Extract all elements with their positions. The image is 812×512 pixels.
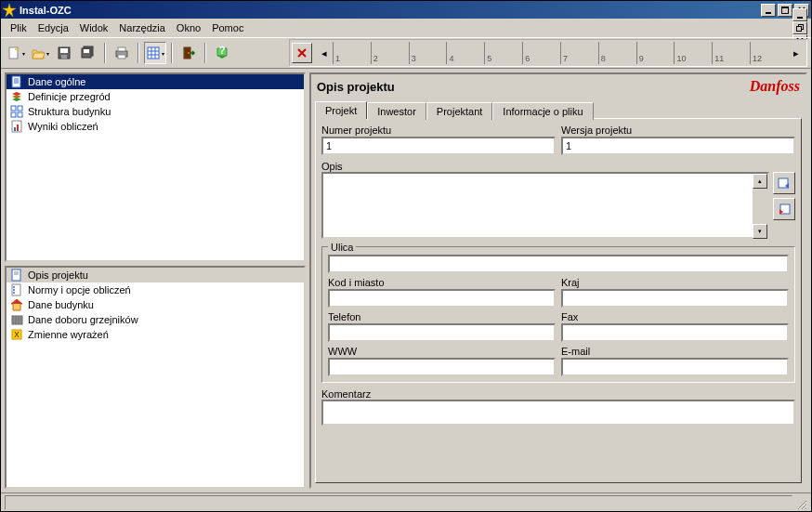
- www-label: WWW: [328, 346, 556, 357]
- tabstrip-close-button[interactable]: [292, 43, 312, 63]
- sheet-tab[interactable]: 1: [333, 42, 371, 64]
- maximize-button[interactable]: [778, 4, 792, 17]
- tree-item-struktura[interactable]: Struktura budynku: [7, 104, 304, 119]
- scrollbar[interactable]: ▴ ▾: [753, 174, 767, 239]
- menu-widok[interactable]: Widok: [74, 20, 114, 35]
- komentarz-label: Komentarz: [321, 388, 371, 400]
- tree-label: Zmienne wyrażeń: [28, 329, 109, 340]
- save-text-button[interactable]: [773, 198, 795, 220]
- tree-item-opis-projektu[interactable]: Opis projektu: [7, 268, 304, 282]
- kod-input[interactable]: [328, 289, 556, 308]
- ulica-input[interactable]: [328, 255, 789, 273]
- sheet-tab[interactable]: 8: [598, 42, 636, 64]
- grid-view-button[interactable]: ▾: [144, 42, 166, 64]
- tree-label: Definicje przegród: [28, 91, 111, 102]
- tree-label: Normy i opcje obliczeń: [28, 284, 131, 295]
- menu-narzedzia[interactable]: Narzędzia: [113, 20, 171, 35]
- minimize-button[interactable]: [761, 4, 776, 17]
- svg-rect-6: [797, 17, 803, 19]
- svg-rect-20: [118, 47, 125, 51]
- subcategory-tree[interactable]: Opis projektu Normy i opcje obliczeń Dan…: [5, 266, 306, 489]
- print-button[interactable]: [111, 42, 133, 64]
- sheet-tab[interactable]: 4: [446, 42, 484, 64]
- scroll-down-button[interactable]: ▾: [753, 224, 767, 239]
- tree-item-wyniki[interactable]: Wyniki obliczeń: [7, 119, 304, 134]
- save-all-button[interactable]: [77, 42, 99, 64]
- svg-rect-56: [20, 316, 22, 324]
- brand-logo: Danfoss: [750, 78, 800, 95]
- sheet-tab[interactable]: 11: [712, 42, 750, 64]
- load-text-button[interactable]: [773, 172, 795, 194]
- detail-tabs: Projekt Inwestor Projektant Informacje o…: [311, 100, 805, 118]
- page-icon: [9, 269, 24, 282]
- exit-button[interactable]: [177, 42, 200, 64]
- category-tree[interactable]: Dane ogólne Definicje przegród Struktura…: [5, 72, 306, 262]
- sheet-tab[interactable]: 5: [484, 42, 522, 64]
- ulica-label: Ulica: [328, 242, 356, 253]
- status-cell: [5, 495, 792, 510]
- sheet-tab[interactable]: 7: [560, 42, 598, 64]
- tree-item-normy[interactable]: Normy i opcje obliczeń: [7, 282, 304, 297]
- tabstrip-prev-button[interactable]: ◂: [316, 42, 333, 64]
- tab-projekt[interactable]: Projekt: [315, 101, 367, 119]
- tree-label: Opis projektu: [28, 269, 88, 281]
- mdi-minimize-button[interactable]: [792, 8, 807, 21]
- open-button[interactable]: ▾: [29, 42, 51, 64]
- tree-item-dane-ogolne[interactable]: Dane ogólne: [7, 74, 304, 89]
- sheet-tab[interactable]: 9: [636, 42, 674, 64]
- svg-rect-33: [12, 76, 20, 87]
- svg-rect-15: [61, 55, 67, 59]
- sheet-tab[interactable]: 10: [674, 42, 712, 64]
- tree-item-definicje[interactable]: Definicje przegród: [7, 89, 304, 104]
- tree-item-dane-budynku[interactable]: Dane budynku: [7, 297, 304, 312]
- titlebar: Instal-OZC: [1, 1, 811, 19]
- fax-label: Fax: [561, 311, 789, 322]
- house-icon: [9, 298, 24, 311]
- sheet-tab[interactable]: 2: [371, 42, 409, 64]
- app-icon: [3, 4, 16, 17]
- wersja-input[interactable]: [561, 137, 795, 155]
- help-button[interactable]: ?: [211, 42, 233, 64]
- fax-input[interactable]: [561, 323, 789, 342]
- tab-projektant[interactable]: Projektant: [426, 102, 493, 120]
- www-input[interactable]: [328, 358, 556, 376]
- menu-edycja[interactable]: Edycja: [33, 20, 74, 35]
- tree-item-zmienne[interactable]: x Zmienne wyrażeń: [7, 327, 304, 342]
- resize-grip[interactable]: [792, 495, 807, 510]
- tree-label: Dane doboru grzejników: [28, 314, 138, 325]
- svg-rect-55: [18, 316, 20, 324]
- save-button[interactable]: [53, 42, 75, 64]
- svg-point-49: [13, 289, 15, 291]
- toolbar: ▾ ▾ ▾ ? ◂ 1 2 3 4 5 6 7 8: [1, 37, 811, 69]
- svg-marker-52: [11, 299, 22, 304]
- tree-label: Wyniki obliczeń: [28, 121, 98, 132]
- svg-point-48: [13, 286, 15, 288]
- numer-input[interactable]: [321, 137, 556, 155]
- svg-rect-53: [12, 316, 14, 324]
- tabstrip-next-button[interactable]: ▸: [788, 42, 805, 64]
- opis-textarea[interactable]: [321, 172, 769, 239]
- menu-okno[interactable]: Okno: [171, 20, 206, 35]
- address-group: Ulica Kod i miasto Kraj Telefon Fax WWW: [321, 246, 795, 383]
- menu-plik[interactable]: Plik: [5, 20, 33, 35]
- komentarz-textarea[interactable]: [321, 400, 795, 426]
- telefon-input[interactable]: [328, 323, 556, 342]
- menu-pomoc[interactable]: Pomoc: [206, 20, 249, 35]
- svg-text:x: x: [14, 328, 20, 339]
- sheet-tab[interactable]: 6: [522, 42, 560, 64]
- opis-label: Opis: [321, 161, 343, 172]
- mdi-restore-button[interactable]: [792, 21, 807, 34]
- tree-item-grzejniki[interactable]: Dane doboru grzejników: [7, 312, 304, 327]
- email-input[interactable]: [561, 358, 789, 376]
- svg-rect-1: [766, 12, 771, 14]
- svg-point-29: [188, 52, 190, 54]
- new-button[interactable]: ▾: [5, 42, 27, 64]
- kraj-input[interactable]: [561, 289, 789, 308]
- scroll-up-button[interactable]: ▴: [753, 174, 767, 189]
- statusbar: [1, 492, 811, 511]
- svg-rect-39: [11, 112, 16, 117]
- sheet-tab[interactable]: 3: [409, 42, 447, 64]
- sheet-tab[interactable]: 12: [750, 42, 788, 64]
- tab-inwestor[interactable]: Inwestor: [367, 102, 426, 120]
- tab-informacje[interactable]: Informacje o pliku: [492, 102, 593, 120]
